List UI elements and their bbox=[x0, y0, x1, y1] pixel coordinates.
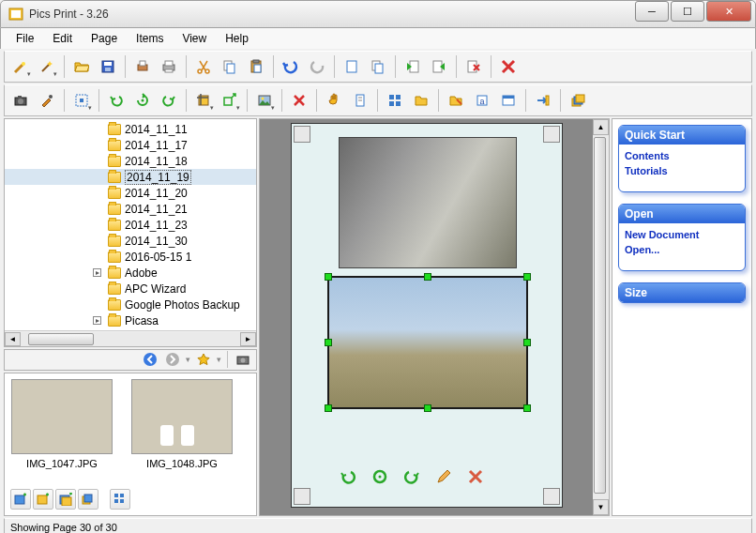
edit-folder-button[interactable] bbox=[444, 88, 468, 113]
stack-button[interactable] bbox=[566, 88, 590, 113]
properties-button[interactable] bbox=[496, 88, 521, 113]
tree-item[interactable]: 2014_11_30 bbox=[5, 233, 256, 249]
paste-button[interactable] bbox=[244, 54, 268, 79]
tree-item[interactable]: Google Photos Backup bbox=[5, 297, 256, 312]
tree-item[interactable]: ▸Picasa bbox=[5, 312, 256, 328]
add-folder-button[interactable] bbox=[55, 489, 76, 510]
new-page-button[interactable] bbox=[340, 54, 364, 79]
placed-image-1[interactable] bbox=[339, 137, 517, 268]
scroll-right-icon[interactable]: ► bbox=[240, 332, 256, 346]
redo-button[interactable] bbox=[305, 54, 329, 79]
print-page[interactable] bbox=[291, 123, 563, 508]
scroll-left-icon[interactable]: ◄ bbox=[5, 332, 21, 346]
favorite-button[interactable] bbox=[194, 350, 213, 369]
toolbar-main bbox=[4, 51, 752, 83]
rotate-refresh-button[interactable] bbox=[130, 88, 155, 113]
resize-button[interactable] bbox=[218, 88, 242, 113]
menu-file[interactable]: File bbox=[8, 30, 41, 47]
cut-button[interactable] bbox=[191, 54, 216, 79]
scroll-up-icon[interactable]: ▲ bbox=[593, 119, 609, 135]
open-folder-button[interactable] bbox=[69, 54, 94, 79]
tree-hscrollbar[interactable]: ◄ ► bbox=[5, 330, 256, 346]
tree-item[interactable]: 2014_11_21 bbox=[5, 201, 256, 217]
svg-rect-16 bbox=[253, 60, 259, 63]
rotate-left-button[interactable] bbox=[104, 88, 129, 113]
print-button[interactable] bbox=[157, 54, 181, 79]
canvas-vscrollbar[interactable]: ▲ ▼ bbox=[593, 119, 609, 515]
next-page-button[interactable] bbox=[427, 54, 451, 79]
page-corner-bl[interactable] bbox=[294, 488, 310, 505]
inline-rotate-left-icon[interactable] bbox=[339, 467, 357, 486]
expand-icon[interactable]: ▸ bbox=[93, 316, 101, 325]
select-mode-button[interactable] bbox=[69, 88, 94, 113]
tree-item[interactable]: 2014_11_18 bbox=[5, 153, 256, 169]
crop-button[interactable] bbox=[191, 88, 216, 113]
tree-item[interactable]: 2014_11_19 bbox=[5, 169, 256, 185]
inline-edit-icon[interactable] bbox=[434, 467, 453, 486]
scroll-down-icon[interactable]: ▼ bbox=[593, 499, 609, 515]
expand-icon[interactable]: ▸ bbox=[93, 268, 101, 277]
page-corner-tr[interactable] bbox=[543, 126, 560, 143]
tree-item[interactable]: 2014_11_11 bbox=[5, 121, 256, 137]
close-button[interactable]: ✕ bbox=[706, 1, 751, 22]
eyedropper-button[interactable] bbox=[35, 88, 59, 113]
grid-view-button[interactable] bbox=[383, 88, 407, 113]
delete-page-button[interactable] bbox=[496, 54, 521, 79]
menu-page[interactable]: Page bbox=[83, 30, 125, 47]
undo-button[interactable] bbox=[279, 54, 303, 79]
thumb-grid-button[interactable] bbox=[110, 489, 130, 510]
delete-image-button[interactable] bbox=[287, 88, 311, 113]
placed-image-2-selected[interactable] bbox=[327, 276, 528, 409]
print-setup-button[interactable] bbox=[130, 54, 155, 79]
thumbnail-image bbox=[11, 379, 113, 454]
tree-item[interactable]: ▸Adobe bbox=[5, 265, 256, 281]
maximize-button[interactable]: ☐ bbox=[671, 1, 704, 22]
copy-button[interactable] bbox=[218, 54, 242, 79]
page-corner-tl[interactable] bbox=[294, 126, 310, 143]
menu-items[interactable]: Items bbox=[129, 30, 171, 47]
nav-fwd-button[interactable] bbox=[163, 350, 182, 369]
menu-edit[interactable]: Edit bbox=[45, 30, 80, 47]
inline-rotate-180-icon[interactable] bbox=[370, 467, 389, 486]
tree-item[interactable]: 2014_11_23 bbox=[5, 217, 256, 233]
stack-thumb-button[interactable] bbox=[78, 489, 98, 510]
menu-help[interactable]: Help bbox=[218, 30, 256, 47]
add-all-button[interactable] bbox=[10, 489, 31, 510]
svg-point-34 bbox=[262, 98, 265, 100]
tree-item[interactable]: 2014_11_20 bbox=[5, 185, 256, 201]
thumbnail[interactable]: IMG_1047.JPG bbox=[10, 379, 113, 485]
thumbnail[interactable]: IMG_1048.JPG bbox=[130, 379, 234, 485]
link-contents[interactable]: Contents bbox=[625, 148, 739, 163]
rotate-right-button[interactable] bbox=[157, 88, 181, 113]
export-button[interactable] bbox=[531, 88, 555, 113]
add-selected-button[interactable] bbox=[33, 489, 53, 510]
save-button[interactable] bbox=[96, 54, 120, 79]
inline-rotate-right-icon[interactable] bbox=[402, 467, 421, 486]
hand-tool-button[interactable] bbox=[322, 88, 346, 113]
link-open[interactable]: Open... bbox=[625, 242, 739, 257]
tree-item[interactable]: 2014_11_17 bbox=[5, 137, 256, 153]
tree-item[interactable]: APC Wizard bbox=[5, 281, 256, 297]
duplicate-page-button[interactable] bbox=[366, 54, 390, 79]
magic-button[interactable] bbox=[35, 54, 59, 79]
camera-import-button[interactable] bbox=[234, 350, 252, 369]
menu-view[interactable]: View bbox=[174, 30, 214, 47]
nav-back-button[interactable] bbox=[141, 350, 159, 369]
minimize-button[interactable]: ─ bbox=[635, 1, 669, 22]
inline-delete-icon[interactable] bbox=[466, 467, 485, 486]
prev-page-button[interactable] bbox=[401, 54, 425, 79]
page-view-button[interactable] bbox=[348, 88, 372, 113]
link-new-document[interactable]: New Document bbox=[625, 227, 739, 242]
link-tutorials[interactable]: Tutorials bbox=[625, 163, 739, 178]
text-tool-button[interactable]: a bbox=[470, 88, 494, 113]
folder-view-button[interactable] bbox=[409, 88, 433, 113]
folder-tree[interactable]: 2014_11_112014_11_172014_11_182014_11_19… bbox=[4, 118, 257, 347]
panel-size[interactable]: Size bbox=[618, 282, 746, 303]
thumbnail-caption: IMG_1047.JPG bbox=[26, 458, 98, 469]
page-corner-br[interactable] bbox=[543, 488, 560, 505]
camera-button[interactable] bbox=[8, 88, 33, 113]
delete-selection-button[interactable] bbox=[461, 54, 486, 79]
tree-item[interactable]: 2016-05-15 1 bbox=[5, 249, 256, 265]
wizard-button[interactable] bbox=[8, 54, 33, 79]
image-adjust-button[interactable] bbox=[252, 88, 277, 113]
